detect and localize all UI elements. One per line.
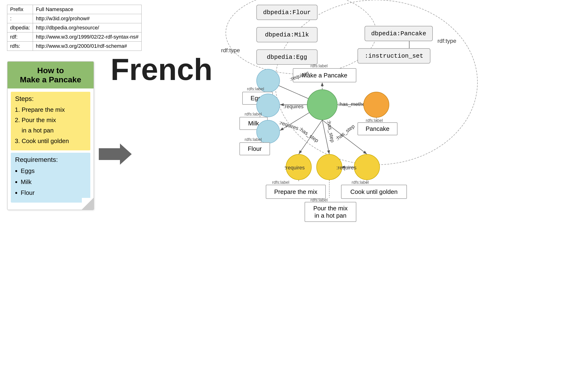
rdfs-label-eggs-circle: rdfs:label [247, 86, 264, 92]
has-step-2-label: :has_step [326, 120, 336, 143]
pour-label: Pour the mixin a hot pan [305, 202, 356, 222]
requirements-label: Requirements: [15, 156, 86, 164]
step-1: Prepare the mix [22, 104, 86, 115]
prefix-header: Prefix [7, 5, 33, 14]
graph-area: dbpedia:Flour dbpedia:Milk dbpedia:Panca… [129, 0, 576, 392]
rdfs-label-step3: rdfs:label [352, 180, 369, 185]
step-3: Cook until golden [22, 136, 86, 146]
requires-step-left: :requires [285, 165, 305, 171]
step-2: Pour the mixin a hot pan [22, 115, 86, 136]
ns-uri-1: http://w3id.org/prohow# [33, 14, 142, 23]
step3-circle [354, 154, 380, 180]
recipe-card: How toMake a Pancake Steps: Prepare the … [7, 61, 94, 210]
pancake-label: Pancake [358, 122, 398, 135]
rdfs-label-milk-circle: rdfs:label [245, 112, 262, 117]
ns-uri-4: http://www.w3.org/2000/01/rdf-schema# [33, 42, 142, 51]
ns-prefix-2: dbpedia: [7, 23, 33, 32]
ns-prefix-1: : [7, 14, 33, 23]
rdfs-label-step1: rdfs:label [272, 180, 289, 185]
svg-point-2 [275, 0, 478, 165]
flour-label: Flour [239, 142, 270, 155]
recipe-steps: Steps: Prepare the mix Pour the mixin a … [11, 92, 90, 150]
ns-uri-2: http://dbpedia.org/resource/ [33, 23, 142, 32]
recipe-title: How toMake a Pancake [7, 62, 94, 88]
node-egg-rect: dbpedia:Egg [256, 50, 318, 65]
requires-flour-label: :requires [278, 119, 299, 131]
ns-prefix-4: rdfs: [7, 42, 33, 51]
rdfs-label-flour-circle: rdfs:label [245, 137, 262, 142]
node-pancake-rect: dbpedia:Pancake [365, 26, 433, 41]
rdf-type-label-left: rdf:type [221, 47, 240, 54]
requires-milk-label: :requires [283, 104, 304, 110]
rdf-type-label-right: rdf:type [438, 38, 456, 44]
req-3: Flour [21, 187, 86, 198]
has-step-1-label: :has_step [298, 126, 320, 144]
arrow-right [99, 144, 132, 165]
namespace-table: Prefix Full Namespace : http://w3id.org/… [7, 5, 142, 51]
rdfs-label-make-pancake: rdfs:label [310, 64, 328, 68]
req-2: Milk [21, 176, 86, 188]
steps-label: Steps: [15, 95, 86, 102]
cook-label: Cook until golden [341, 185, 407, 199]
ns-prefix-3: rdf: [7, 32, 33, 42]
center-circle [307, 90, 338, 120]
svg-marker-0 [99, 144, 132, 165]
req-1: Eggs [21, 166, 86, 176]
method-circle [363, 92, 389, 118]
requires-step-right: :requires [336, 165, 357, 171]
prepare-label: Prepare the mix [266, 185, 326, 199]
ns-uri-3: http://www.w3.org/1999/02/22-rdf-syntax-… [33, 32, 142, 42]
recipe-requirements: Requirements: Eggs Milk Flour [11, 153, 90, 202]
node-flour-rect: dbpedia:Flour [256, 5, 318, 20]
node-milk-rect: dbpedia:Milk [256, 27, 318, 42]
requirements-list: Eggs Milk Flour [15, 166, 86, 198]
steps-list: Prepare the mix Pour the mixin a hot pan… [15, 104, 86, 146]
has-step-3-label: :has_step [334, 123, 356, 142]
node-instruction-set-rect: :instruction_set [358, 48, 430, 64]
namespace-header: Full Namespace [33, 5, 142, 14]
